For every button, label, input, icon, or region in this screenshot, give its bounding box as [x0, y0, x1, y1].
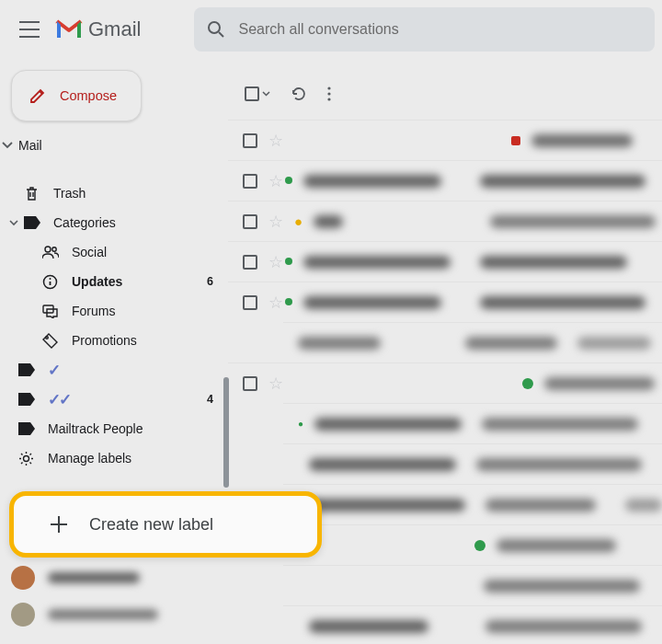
svg-point-8 [327, 86, 330, 89]
chevron-down-icon [9, 220, 18, 226]
mail-row[interactable]: ☆ [228, 120, 662, 160]
pencil-icon [29, 86, 47, 105]
refresh-icon [291, 86, 307, 102]
hamburger-icon [19, 21, 40, 38]
people-icon [42, 246, 59, 259]
mail-row[interactable]: ☆ [228, 241, 662, 282]
gear-icon [18, 451, 34, 466]
svg-point-1 [45, 247, 51, 252]
contact-row[interactable] [11, 603, 158, 627]
sidebar-item-trash[interactable]: Trash [0, 178, 228, 208]
sidebar-item-social[interactable]: Social [0, 237, 228, 267]
search-bar[interactable] [194, 7, 655, 52]
search-input[interactable] [238, 21, 642, 38]
contact-row[interactable] [11, 566, 158, 590]
label-filled-icon [24, 216, 40, 229]
svg-point-7 [24, 455, 29, 461]
sidebar-item-promotions[interactable]: Promotions [0, 326, 228, 355]
sidebar-item-mailtrack[interactable]: Mailtrack People [0, 414, 228, 443]
mail-row[interactable]: ☆ [228, 362, 662, 403]
create-label-highlight: Create new label [9, 491, 322, 558]
refresh-button[interactable] [291, 86, 307, 102]
select-all-checkbox[interactable] [245, 86, 270, 101]
mail-row[interactable]: ☆ [228, 282, 662, 322]
label-filled-icon [18, 422, 35, 435]
svg-point-9 [327, 92, 330, 95]
gmail-logo-icon [55, 19, 83, 40]
main-menu-button[interactable] [7, 7, 51, 52]
mail-row[interactable]: ● [283, 403, 662, 443]
mail-row[interactable] [283, 443, 662, 484]
sidebar-item-manage-labels[interactable]: Manage labels [0, 443, 228, 473]
app-header: Gmail [0, 0, 662, 59]
create-label-text: Create new label [89, 515, 213, 535]
chat-contacts [11, 566, 158, 627]
chevron-down-icon [262, 91, 270, 97]
compose-label: Compose [60, 88, 117, 103]
sidebar-item-collapsed[interactable] [0, 162, 228, 178]
mail-row[interactable] [283, 605, 662, 644]
label-filled-icon [18, 393, 35, 406]
sidebar-item-label-doublecheck[interactable]: ✓✓ 4 [0, 385, 228, 414]
sidebar-item-updates[interactable]: Updates 6 [0, 267, 228, 296]
sidebar-nav: Trash Categories Social Updates 6 Forums [0, 162, 228, 473]
svg-point-10 [327, 98, 330, 100]
mail-list: ☆ ☆ ☆● ☆ ☆ ☆ ● [228, 120, 662, 644]
search-icon [207, 20, 225, 39]
sidebar-item-label-check[interactable]: ✓ [0, 355, 228, 385]
sidebar-item-categories[interactable]: Categories [0, 208, 228, 237]
svg-point-4 [50, 278, 51, 280]
mail-row[interactable] [283, 484, 662, 524]
mail-row[interactable] [283, 322, 662, 362]
mail-row[interactable]: ☆ [228, 160, 662, 201]
mail-section-toggle[interactable]: Mail [0, 132, 228, 158]
label-filled-icon [18, 363, 35, 376]
mail-row[interactable]: ☆● [228, 201, 662, 241]
svg-point-6 [46, 336, 49, 339]
svg-point-0 [209, 22, 220, 33]
plus-icon [49, 514, 69, 535]
svg-point-2 [52, 247, 56, 251]
mail-section-label: Mail [18, 138, 42, 153]
mail-row[interactable] [283, 565, 662, 605]
info-icon [42, 274, 58, 290]
chevron-down-icon [2, 142, 13, 149]
more-vert-icon [327, 86, 331, 101]
mail-row[interactable] [283, 524, 662, 565]
tag-icon [42, 333, 58, 349]
mail-toolbar [228, 72, 662, 116]
app-name: Gmail [88, 17, 141, 41]
scrollbar-thumb[interactable] [223, 377, 229, 488]
trash-icon [24, 186, 40, 201]
gmail-logo[interactable]: Gmail [55, 17, 141, 41]
sidebar-item-forums[interactable]: Forums [0, 296, 228, 326]
forums-icon [42, 305, 58, 318]
create-new-label-button[interactable]: Create new label [14, 514, 213, 535]
more-button[interactable] [327, 86, 331, 101]
compose-button[interactable]: Compose [11, 70, 142, 121]
